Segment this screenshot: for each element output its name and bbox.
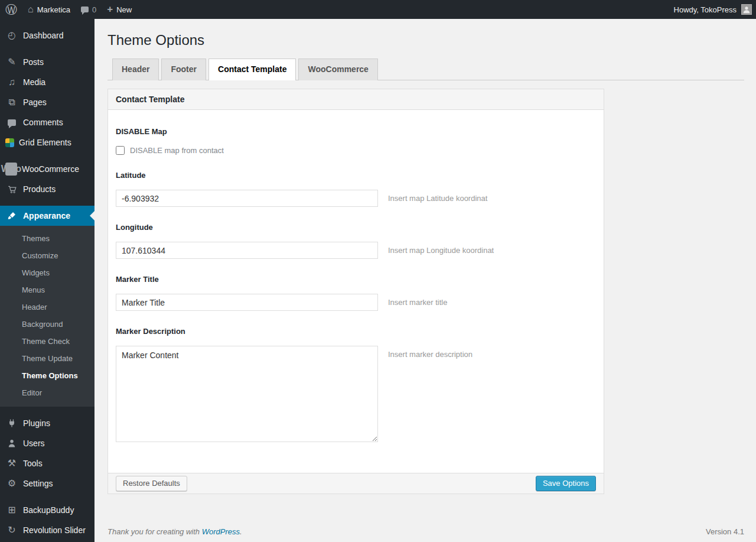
sidebar-item-revolution-slider[interactable]: ↻ Revolution Slider (0, 520, 94, 540)
sidebar-item-products[interactable]: Products (0, 179, 94, 199)
admin-sidebar: ◴ Dashboard ✎ Posts ♫ Media ⧉ Pages Comm… (0, 19, 94, 542)
sidebar-item-appearance[interactable]: Appearance (0, 206, 94, 226)
marker-title-input[interactable] (116, 294, 378, 311)
longitude-row: Insert map Longitude koordinat (116, 242, 596, 259)
sidebar-item-posts[interactable]: ✎ Posts (0, 52, 94, 72)
page-title: Theme Options (107, 19, 744, 54)
main-content: Theme Options Header Footer Contact Temp… (94, 19, 756, 542)
home-icon: ⌂ (28, 5, 34, 14)
marker-title-row: Insert marker title (116, 294, 596, 311)
sidebar-item-plugins[interactable]: Plugins (0, 413, 94, 433)
menu-group-tools: Plugins Users ⚒ Tools ⚙ Settings (0, 413, 94, 494)
avatar-person-icon (742, 5, 751, 14)
sidebar-item-label: Revolution Slider (23, 525, 86, 535)
sidebar-item-label: Posts (23, 57, 44, 67)
comment-count: 0 (92, 5, 96, 14)
tab-footer[interactable]: Footer (161, 59, 206, 80)
tab-header[interactable]: Header (112, 59, 159, 80)
sidebar-item-media[interactable]: ♫ Media (0, 72, 94, 92)
sidebar-item-label: Grid Elements (19, 138, 71, 147)
howdy-text: Howdy, TokoPress (674, 5, 737, 14)
sidebar-item-label: Users (23, 439, 45, 448)
pages-icon: ⧉ (5, 98, 18, 107)
appearance-submenu: Themes Customize Widgets Menus Header Ba… (0, 226, 94, 407)
settings-icon: ⚙ (5, 479, 18, 488)
submenu-item-widgets[interactable]: Widgets (0, 264, 94, 281)
submenu-item-theme-check[interactable]: Theme Check (0, 333, 94, 350)
sidebar-item-label: Products (23, 184, 56, 194)
avatar (741, 4, 752, 15)
site-name-menu[interactable]: ⌂ Marketica (22, 0, 76, 19)
marker-description-row: Marker Content Insert marker description (116, 346, 596, 442)
submenu-item-editor[interactable]: Editor (0, 384, 94, 401)
menu-group-content: ✎ Posts ♫ Media ⧉ Pages Comments Grid El… (0, 52, 94, 152)
latitude-input[interactable] (116, 190, 378, 207)
marker-description-label: Marker Description (116, 327, 596, 336)
sidebar-item-tools[interactable]: ⚒ Tools (0, 453, 94, 473)
panel-footer: Restore Defaults Save Options (108, 473, 604, 494)
grid-elements-icon (5, 138, 14, 147)
wrench-icon: ⚒ (5, 459, 18, 468)
plug-icon (5, 418, 18, 428)
menu-group-commerce: Woo WooCommerce Products (0, 159, 94, 199)
contact-template-panel: Contact Template DISABLE Map DISABLE map… (107, 89, 604, 494)
menu-group-plugins-extra: ⊞ BackupBuddy ↻ Revolution Slider A Punc… (0, 500, 94, 542)
sidebar-item-label: Settings (23, 479, 53, 488)
submenu-item-header[interactable]: Header (0, 298, 94, 316)
comments-admin-bar-item[interactable]: 0 (76, 0, 102, 19)
plus-icon: + (107, 4, 113, 14)
comments-icon (5, 119, 18, 126)
wordpress-logo-menu[interactable]: Ⓦ (0, 0, 22, 19)
sidebar-item-backupbuddy[interactable]: ⊞ BackupBuddy (0, 500, 94, 520)
marker-description-textarea[interactable]: Marker Content (116, 346, 378, 442)
media-icon: ♫ (5, 77, 18, 87)
account-menu[interactable]: Howdy, TokoPress (669, 0, 756, 19)
sidebar-item-label: Plugins (23, 418, 50, 428)
longitude-hint: Insert map Longitude koordinat (388, 242, 494, 255)
pin-icon: ✎ (5, 57, 18, 67)
wordpress-logo-icon: Ⓦ (5, 4, 17, 15)
sidebar-item-pages[interactable]: ⧉ Pages (0, 92, 94, 112)
latitude-label: Latitude (116, 171, 596, 180)
marker-description-hint: Insert marker description (388, 346, 472, 359)
submenu-item-themes[interactable]: Themes (0, 230, 94, 247)
sidebar-item-woocommerce[interactable]: Woo WooCommerce (0, 159, 94, 179)
sidebar-item-label: Pages (23, 98, 47, 107)
submenu-item-theme-update[interactable]: Theme Update (0, 350, 94, 367)
save-options-button[interactable]: Save Options (536, 476, 596, 491)
marker-title-label: Marker Title (116, 275, 596, 284)
admin-bar: Ⓦ ⌂ Marketica 0 + New Howdy, TokoPress (0, 0, 756, 19)
sidebar-item-settings[interactable]: ⚙ Settings (0, 473, 94, 494)
sidebar-item-label: Comments (23, 118, 63, 127)
page-footer: Thank you for creating with WordPress. V… (107, 527, 744, 536)
panel-title: Contact Template (108, 89, 604, 110)
tab-woocommerce[interactable]: WooCommerce (298, 59, 377, 80)
tab-contact-template[interactable]: Contact Template (208, 59, 296, 80)
sidebar-item-label: Tools (23, 459, 43, 468)
comment-bubble-icon (81, 7, 89, 12)
sidebar-item-grid-elements[interactable]: Grid Elements (0, 132, 94, 152)
new-content-menu[interactable]: + New (102, 0, 137, 19)
sidebar-item-comments[interactable]: Comments (0, 112, 94, 132)
wordpress-link[interactable]: WordPress (202, 527, 240, 536)
submenu-item-theme-options[interactable]: Theme Options (0, 367, 94, 384)
cart-icon (5, 184, 18, 194)
backup-drive-icon: ⊞ (5, 505, 18, 515)
disable-map-checkbox[interactable] (116, 146, 125, 155)
disable-map-row: DISABLE map from contact (116, 146, 596, 155)
sidebar-item-label: WooCommerce (22, 164, 79, 174)
sidebar-item-label: BackupBuddy (23, 505, 74, 515)
sidebar-item-users[interactable]: Users (0, 433, 94, 453)
restore-defaults-button[interactable]: Restore Defaults (116, 476, 187, 491)
sidebar-item-label: Dashboard (23, 31, 64, 40)
menu-group-appearance: Appearance Themes Customize Widgets Menu… (0, 206, 94, 407)
sidebar-item-dashboard[interactable]: ◴ Dashboard (0, 25, 94, 46)
submenu-item-customize[interactable]: Customize (0, 247, 94, 264)
submenu-item-menus[interactable]: Menus (0, 281, 94, 298)
user-icon (5, 439, 18, 448)
submenu-item-background[interactable]: Background (0, 316, 94, 333)
disable-map-checkbox-label[interactable]: DISABLE map from contact (130, 146, 224, 155)
panel-body: DISABLE Map DISABLE map from contact Lat… (108, 110, 604, 473)
site-name: Marketica (37, 5, 70, 14)
longitude-input[interactable] (116, 242, 378, 259)
